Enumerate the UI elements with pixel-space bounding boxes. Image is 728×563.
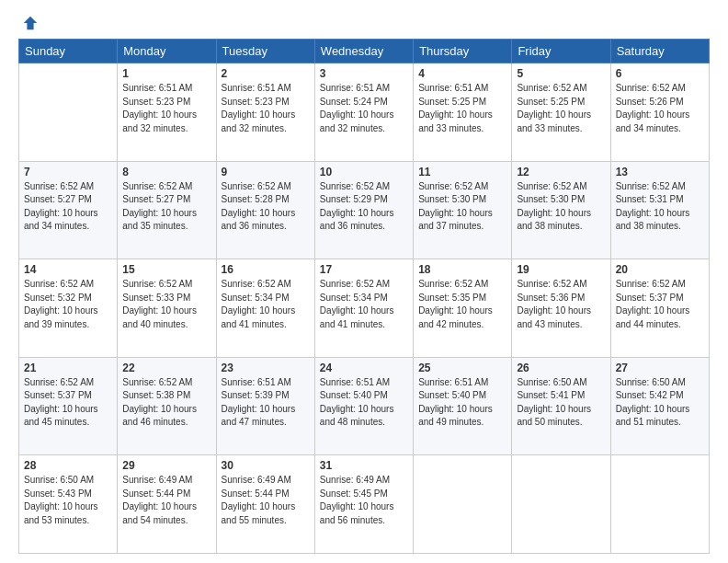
day-number: 25 xyxy=(418,362,506,374)
calendar-header-cell: Saturday xyxy=(610,40,709,63)
day-info: Sunrise: 6:50 AM Sunset: 5:43 PM Dayligh… xyxy=(24,474,112,527)
day-number: 10 xyxy=(320,166,408,178)
day-info: Sunrise: 6:52 AM Sunset: 5:25 PM Dayligh… xyxy=(517,82,605,135)
day-number: 23 xyxy=(222,362,310,374)
calendar-row: 14Sunrise: 6:52 AM Sunset: 5:32 PM Dayli… xyxy=(19,259,710,358)
calendar-cell: 3Sunrise: 6:51 AM Sunset: 5:24 PM Daylig… xyxy=(314,63,413,162)
calendar-cell: 23Sunrise: 6:51 AM Sunset: 5:39 PM Dayli… xyxy=(216,357,314,455)
day-info: Sunrise: 6:52 AM Sunset: 5:34 PM Dayligh… xyxy=(320,278,408,331)
day-number: 4 xyxy=(418,67,506,80)
day-info: Sunrise: 6:52 AM Sunset: 5:33 PM Dayligh… xyxy=(122,278,210,331)
day-info: Sunrise: 6:50 AM Sunset: 5:41 PM Dayligh… xyxy=(517,376,605,430)
calendar-cell: 17Sunrise: 6:52 AM Sunset: 5:34 PM Dayli… xyxy=(314,259,413,358)
calendar-row: 28Sunrise: 6:50 AM Sunset: 5:43 PM Dayli… xyxy=(19,455,710,554)
day-number: 20 xyxy=(616,263,704,276)
day-number: 15 xyxy=(122,263,210,276)
calendar-cell: 30Sunrise: 6:49 AM Sunset: 5:44 PM Dayli… xyxy=(216,455,314,554)
day-info: Sunrise: 6:52 AM Sunset: 5:37 PM Dayligh… xyxy=(616,278,704,331)
calendar-cell: 6Sunrise: 6:52 AM Sunset: 5:26 PM Daylig… xyxy=(610,63,709,162)
calendar-cell xyxy=(512,455,610,554)
day-number: 21 xyxy=(24,362,112,374)
day-info: Sunrise: 6:52 AM Sunset: 5:38 PM Dayligh… xyxy=(122,376,210,430)
day-number: 11 xyxy=(418,166,506,178)
day-number: 14 xyxy=(24,263,112,276)
page: SundayMondayTuesdayWednesdayThursdayFrid… xyxy=(0,0,728,563)
calendar-row: 7Sunrise: 6:52 AM Sunset: 5:27 PM Daylig… xyxy=(19,161,710,259)
calendar-header-cell: Monday xyxy=(118,40,216,63)
day-number: 18 xyxy=(418,263,506,276)
calendar-cell: 19Sunrise: 6:52 AM Sunset: 5:36 PM Dayli… xyxy=(512,259,610,358)
logo-icon xyxy=(22,15,39,31)
day-number: 24 xyxy=(320,362,408,374)
calendar-header-cell: Friday xyxy=(512,40,610,63)
day-number: 3 xyxy=(320,67,408,80)
day-info: Sunrise: 6:52 AM Sunset: 5:27 PM Dayligh… xyxy=(122,180,210,234)
day-info: Sunrise: 6:50 AM Sunset: 5:42 PM Dayligh… xyxy=(616,376,704,430)
calendar-header-cell: Thursday xyxy=(414,40,512,63)
day-number: 9 xyxy=(222,166,310,178)
day-info: Sunrise: 6:51 AM Sunset: 5:25 PM Dayligh… xyxy=(418,82,506,135)
calendar-cell: 13Sunrise: 6:52 AM Sunset: 5:31 PM Dayli… xyxy=(610,161,709,259)
day-info: Sunrise: 6:52 AM Sunset: 5:36 PM Dayligh… xyxy=(517,278,605,331)
calendar-cell: 9Sunrise: 6:52 AM Sunset: 5:28 PM Daylig… xyxy=(216,161,314,259)
calendar-cell: 14Sunrise: 6:52 AM Sunset: 5:32 PM Dayli… xyxy=(19,259,118,358)
calendar-cell: 25Sunrise: 6:51 AM Sunset: 5:40 PM Dayli… xyxy=(414,357,512,455)
day-info: Sunrise: 6:51 AM Sunset: 5:39 PM Dayligh… xyxy=(222,376,310,430)
calendar-cell: 16Sunrise: 6:52 AM Sunset: 5:34 PM Dayli… xyxy=(216,259,314,358)
calendar-cell: 2Sunrise: 6:51 AM Sunset: 5:23 PM Daylig… xyxy=(216,63,314,162)
calendar-cell xyxy=(414,455,512,554)
day-info: Sunrise: 6:52 AM Sunset: 5:34 PM Dayligh… xyxy=(222,278,310,331)
day-number: 19 xyxy=(517,263,605,276)
day-info: Sunrise: 6:51 AM Sunset: 5:23 PM Dayligh… xyxy=(122,82,210,135)
day-number: 28 xyxy=(24,459,112,472)
calendar-cell: 27Sunrise: 6:50 AM Sunset: 5:42 PM Dayli… xyxy=(610,357,709,455)
calendar-table: SundayMondayTuesdayWednesdayThursdayFrid… xyxy=(18,39,710,554)
day-number: 17 xyxy=(320,263,408,276)
calendar-cell xyxy=(610,455,709,554)
svg-marker-0 xyxy=(24,17,37,29)
calendar-cell: 4Sunrise: 6:51 AM Sunset: 5:25 PM Daylig… xyxy=(414,63,512,162)
day-info: Sunrise: 6:51 AM Sunset: 5:40 PM Dayligh… xyxy=(320,376,408,430)
calendar-cell: 10Sunrise: 6:52 AM Sunset: 5:29 PM Dayli… xyxy=(314,161,413,259)
calendar-cell: 24Sunrise: 6:51 AM Sunset: 5:40 PM Dayli… xyxy=(314,357,413,455)
day-info: Sunrise: 6:52 AM Sunset: 5:30 PM Dayligh… xyxy=(517,180,605,234)
calendar-cell: 12Sunrise: 6:52 AM Sunset: 5:30 PM Dayli… xyxy=(512,161,610,259)
day-number: 26 xyxy=(517,362,605,374)
calendar-header-cell: Wednesday xyxy=(314,40,413,63)
day-number: 2 xyxy=(222,67,310,80)
day-info: Sunrise: 6:49 AM Sunset: 5:44 PM Dayligh… xyxy=(122,474,210,527)
day-number: 12 xyxy=(517,166,605,178)
day-info: Sunrise: 6:52 AM Sunset: 5:37 PM Dayligh… xyxy=(24,376,112,430)
day-number: 16 xyxy=(222,263,310,276)
calendar-cell: 5Sunrise: 6:52 AM Sunset: 5:25 PM Daylig… xyxy=(512,63,610,162)
day-info: Sunrise: 6:52 AM Sunset: 5:31 PM Dayligh… xyxy=(616,180,704,234)
day-info: Sunrise: 6:51 AM Sunset: 5:40 PM Dayligh… xyxy=(418,376,506,430)
header xyxy=(18,15,710,31)
day-number: 31 xyxy=(320,459,408,472)
day-number: 1 xyxy=(122,67,210,80)
logo xyxy=(18,15,39,31)
day-number: 13 xyxy=(616,166,704,178)
day-info: Sunrise: 6:52 AM Sunset: 5:32 PM Dayligh… xyxy=(24,278,112,331)
calendar-row: 21Sunrise: 6:52 AM Sunset: 5:37 PM Dayli… xyxy=(19,357,710,455)
day-info: Sunrise: 6:49 AM Sunset: 5:44 PM Dayligh… xyxy=(222,474,310,527)
day-number: 7 xyxy=(24,166,112,178)
calendar-header-cell: Tuesday xyxy=(216,40,314,63)
calendar-cell: 18Sunrise: 6:52 AM Sunset: 5:35 PM Dayli… xyxy=(414,259,512,358)
calendar-cell: 28Sunrise: 6:50 AM Sunset: 5:43 PM Dayli… xyxy=(19,455,118,554)
calendar-cell: 26Sunrise: 6:50 AM Sunset: 5:41 PM Dayli… xyxy=(512,357,610,455)
day-number: 22 xyxy=(122,362,210,374)
day-number: 5 xyxy=(517,67,605,80)
day-info: Sunrise: 6:51 AM Sunset: 5:23 PM Dayligh… xyxy=(222,82,310,135)
day-number: 6 xyxy=(616,67,704,80)
calendar-cell: 15Sunrise: 6:52 AM Sunset: 5:33 PM Dayli… xyxy=(118,259,216,358)
calendar-header-row: SundayMondayTuesdayWednesdayThursdayFrid… xyxy=(19,40,710,63)
day-info: Sunrise: 6:52 AM Sunset: 5:29 PM Dayligh… xyxy=(320,180,408,234)
calendar-body: 1Sunrise: 6:51 AM Sunset: 5:23 PM Daylig… xyxy=(19,63,710,554)
day-info: Sunrise: 6:49 AM Sunset: 5:45 PM Dayligh… xyxy=(320,474,408,527)
day-info: Sunrise: 6:52 AM Sunset: 5:30 PM Dayligh… xyxy=(418,180,506,234)
day-number: 8 xyxy=(122,166,210,178)
calendar-header-cell: Sunday xyxy=(19,40,118,63)
calendar-row: 1Sunrise: 6:51 AM Sunset: 5:23 PM Daylig… xyxy=(19,63,710,162)
day-info: Sunrise: 6:52 AM Sunset: 5:26 PM Dayligh… xyxy=(616,82,704,135)
